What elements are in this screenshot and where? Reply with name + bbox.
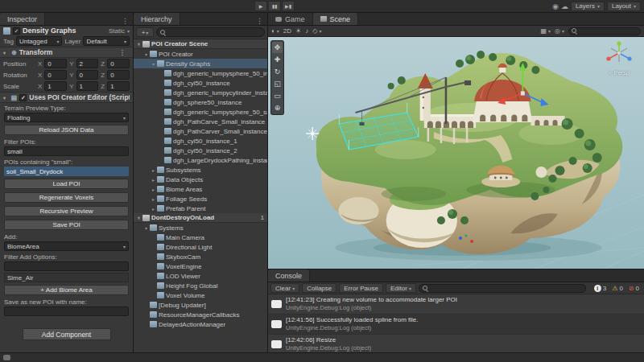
hierarchy-item[interactable]: dgh_sphere50_instance (134, 97, 267, 107)
position-z-field[interactable]: 0 (107, 59, 130, 68)
load-poi-button[interactable]: Load POI (4, 179, 129, 189)
hierarchy-item[interactable]: ▸Foliage Seeds (134, 194, 267, 204)
biome-option-item[interactable]: Sime_Air (4, 273, 129, 282)
hierarchy-item[interactable]: SkyboxCam (134, 252, 267, 261)
console-log-entry[interactable]: [12:41:56] Successfully loaded spline fr… (268, 315, 644, 335)
expand-arrow-icon[interactable]: ▾ (142, 51, 150, 57)
position-y-field[interactable]: 2 (76, 59, 99, 68)
tab-console[interactable]: Console (268, 269, 310, 282)
hierarchy-item[interactable]: Directional Light (134, 242, 267, 252)
poi-list-item-selected[interactable]: soil_Small_Drydock (4, 167, 129, 176)
tag-dropdown[interactable]: Untagged ▾ (16, 36, 63, 46)
hierarchy-item[interactable]: DelayedActionManager (134, 319, 267, 329)
active-checkbox[interactable]: ✓ (13, 27, 20, 35)
hierarchy-item[interactable]: LOD Viewer (134, 271, 267, 281)
rect-tool[interactable]: ▭ (272, 90, 283, 101)
collapse-toggle[interactable]: Collapse (302, 283, 336, 293)
expand-arrow-icon[interactable]: ▾ (135, 41, 142, 47)
move-tool[interactable]: ✚ (272, 54, 283, 65)
transform-tool[interactable]: ⊕ (272, 102, 283, 113)
rotate-tool[interactable]: ↻ (272, 66, 283, 77)
editor-dropdown[interactable]: Editor ▾ (386, 283, 416, 293)
shading-mode-dropdown[interactable]: ◐▾ (271, 27, 279, 35)
add-type-dropdown[interactable]: BiomeArea ▾ (4, 241, 129, 251)
orientation-gizmo[interactable]: < Persp (601, 40, 638, 76)
rotation-z-field[interactable]: 0 (107, 70, 130, 80)
reload-json-button[interactable]: Reload JSON Data (4, 125, 129, 135)
hierarchy-item[interactable]: ▾POI Creator (134, 49, 267, 59)
component-menu-icon[interactable]: ⋮ (115, 48, 130, 56)
tab-hierarchy[interactable]: Hierarchy (134, 13, 180, 25)
expand-arrow-icon[interactable]: ▾ (150, 61, 157, 67)
expand-arrow-icon[interactable]: ▸ (150, 187, 157, 192)
view-tool[interactable]: ✥ (272, 42, 283, 53)
hierarchy-scene-row[interactable]: ▾DontDestroyOnLoad1 (134, 213, 267, 223)
filter-add-options-input[interactable] (4, 261, 129, 271)
add-biome-area-button[interactable]: + Add Biome Area (4, 285, 129, 295)
hierarchy-item[interactable]: dgh_generic_lumpysphere_50_instance (134, 68, 267, 78)
tab-scene[interactable]: Scene (313, 13, 359, 25)
poi-editor-component-header[interactable]: ▾ ▤ ✓ Uses POI Creator Editor (Script) (0, 92, 133, 103)
grid-dropdown[interactable]: ▦▾ (540, 27, 551, 35)
static-dropdown-icon[interactable]: ▾ (127, 28, 130, 34)
play-button[interactable]: ▶ (254, 1, 267, 11)
hierarchy-item[interactable]: ResourceManagerCallbacks (134, 310, 267, 319)
effects-dropdown[interactable]: ◇▾ (312, 27, 321, 35)
hierarchy-item[interactable]: dgh_cyl50_instance_1 (134, 136, 267, 146)
expand-arrow-icon[interactable]: ▾ (135, 215, 142, 220)
console-search-input[interactable] (431, 285, 582, 292)
warning-count-toggle[interactable]: ⚠ 0 (609, 285, 625, 292)
persp-mode-label[interactable]: < Persp (601, 69, 638, 76)
hierarchy-item[interactable]: dgh_cyl50_instance_2 (134, 146, 267, 155)
cloud-icon[interactable]: ☁ (561, 2, 568, 10)
hierarchy-item[interactable]: Main Camera (134, 232, 267, 242)
foldout-icon[interactable]: ▾ (3, 50, 9, 56)
rotation-y-field[interactable]: 0 (76, 70, 99, 80)
expand-arrow-icon[interactable]: ▾ (142, 225, 150, 231)
hierarchy-item[interactable]: dgh_PathCarve_Small_instance (134, 117, 267, 126)
pause-button[interactable]: ▮▮ (268, 1, 281, 11)
create-object-dropdown[interactable]: + ▾ (136, 27, 154, 37)
hierarchy-item[interactable]: Height Fog Global (134, 281, 267, 290)
layout-dropdown[interactable]: Layout ▾ (607, 2, 641, 11)
regenerate-voxels-button[interactable]: Regenerate Voxels (4, 192, 129, 203)
scale-x-field[interactable]: 1 (44, 81, 67, 91)
scale-tool[interactable]: ◱ (272, 78, 283, 89)
2d-toggle[interactable]: 2D (283, 27, 291, 35)
expand-arrow-icon[interactable]: ▸ (150, 206, 157, 212)
rotation-x-field[interactable]: 0 (44, 70, 67, 80)
lighting-toggle[interactable]: ☀ (295, 27, 301, 35)
clear-button[interactable]: Clear ▾ (270, 283, 299, 293)
layers-dropdown[interactable]: Layers ▾ (571, 2, 605, 11)
status-console-icon[interactable] (3, 355, 10, 360)
scale-z-field[interactable]: 1 (107, 81, 130, 91)
filter-pois-input[interactable] (4, 146, 129, 156)
info-count-toggle[interactable]: i 3 (592, 285, 609, 292)
scale-y-field[interactable]: 1 (76, 81, 99, 91)
panel-menu-icon[interactable]: ⋮ (118, 17, 133, 25)
hierarchy-item[interactable]: dgh_cyl50_instance (134, 78, 267, 88)
console-log-entry[interactable]: [12:42:06] ResizeUnityEngine.Debug:Log (… (268, 335, 644, 352)
audio-toggle[interactable]: ♪ (305, 27, 308, 35)
hierarchy-item[interactable]: VoxelEngine (134, 261, 267, 271)
tab-game[interactable]: Game (268, 13, 313, 25)
error-count-toggle[interactable]: ⊘ 0 (626, 285, 642, 292)
console-log-entry[interactable]: [12:41:23] Creating new volume to accomm… (268, 294, 644, 315)
hierarchy-item[interactable]: dgh_generic_lumpycylinder_instance (134, 88, 267, 97)
expand-arrow-icon[interactable]: ▸ (150, 167, 157, 173)
hierarchy-item[interactable]: ▸Biome Areas (134, 184, 267, 194)
hierarchy-item[interactable]: Voxel Volume (134, 290, 267, 300)
expand-arrow-icon[interactable]: ▸ (150, 177, 157, 183)
hierarchy-item[interactable]: dgh_LargeDrydockPathing_instance (134, 155, 267, 165)
terrain-preview-dropdown[interactable]: Floating ▾ (4, 113, 129, 122)
error-pause-toggle[interactable]: Error Pause (339, 283, 383, 293)
save-new-poi-name-input[interactable] (4, 306, 129, 316)
tab-inspector[interactable]: Inspector (0, 13, 45, 25)
hierarchy-item[interactable]: ▸Data Objects (134, 175, 267, 184)
component-enabled-checkbox[interactable]: ✓ (19, 94, 27, 101)
transform-component-header[interactable]: ▾ ⊕ Transform ⋮ (0, 47, 133, 58)
hierarchy-item[interactable]: dgh_PathCarver_Small_instance_1 (134, 126, 267, 136)
hierarchy-item[interactable]: [Debug Updater] (134, 300, 267, 310)
scene-viewport[interactable]: ✥✚↻◱▭⊕ < Persp (268, 37, 644, 269)
scene-3d-render[interactable] (268, 37, 644, 269)
